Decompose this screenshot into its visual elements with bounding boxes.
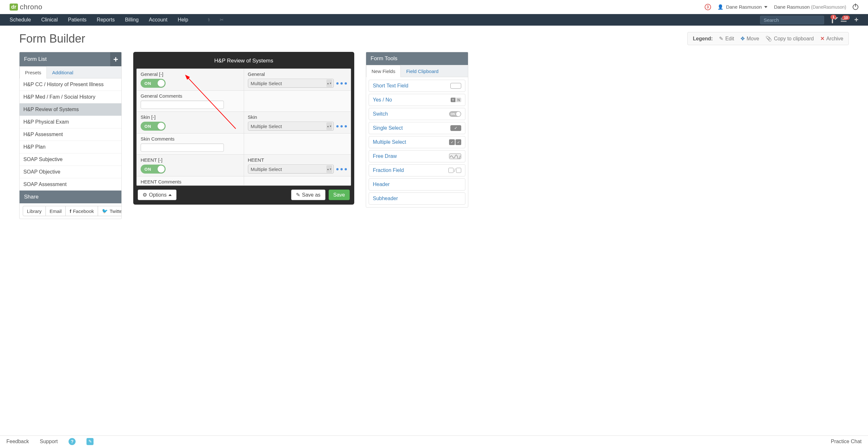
form-item-selected[interactable]: H&P Review of Systems — [20, 103, 121, 116]
inbox-button[interactable]: 1 — [832, 17, 833, 23]
legend-edit: Edit — [719, 36, 734, 42]
form-item[interactable]: H&P Physical Exam — [20, 116, 121, 128]
form-cell-right[interactable]: Skin Multiple Select ▲▼ — [244, 112, 351, 133]
drag-handle[interactable] — [336, 168, 347, 170]
utensils-icon[interactable]: ✂ — [220, 17, 224, 23]
form-cell-right[interactable] — [244, 91, 351, 111]
field-label: General [-] — [141, 71, 240, 77]
nav-tool-icons: ⚕ ✂ — [208, 17, 224, 23]
options-button[interactable]: Options — [138, 190, 177, 200]
select-box[interactable]: Multiple Select ▲▼ — [248, 122, 334, 131]
form-cell-left[interactable]: General Comments — [137, 91, 244, 111]
tool-free-draw[interactable]: Free Draw — [369, 150, 465, 162]
save-button[interactable]: Save — [329, 190, 350, 200]
tool-label: Switch — [373, 111, 388, 117]
toggle-text: ON — [145, 124, 152, 129]
nav-clinical[interactable]: Clinical — [41, 17, 58, 23]
tool-short-text[interactable]: Short Text Field — [369, 80, 465, 92]
toggle-switch[interactable]: ON — [141, 79, 165, 88]
gear-icon — [143, 192, 147, 198]
user-menu[interactable]: 👤 Dane Rasmuson — [717, 4, 768, 10]
form-item[interactable]: SOAP Objective — [20, 166, 121, 178]
nav-schedule[interactable]: Schedule — [10, 17, 31, 23]
text-input[interactable] — [141, 143, 224, 152]
tab-presets[interactable]: Presets — [20, 66, 47, 78]
toggle-switch[interactable]: ON — [141, 165, 165, 173]
form-cell-left[interactable]: HEENT [-] ON — [137, 155, 244, 176]
select-box[interactable]: Multiple Select ▲▼ — [248, 79, 334, 88]
share-twitter[interactable]: 🐦Twitter — [98, 206, 122, 216]
add-form-button[interactable]: + — [110, 52, 121, 66]
form-item[interactable]: H&P Assessment — [20, 128, 121, 141]
form-row: HEENT Comments — [137, 177, 351, 185]
tool-switch[interactable]: Switch ON — [369, 108, 465, 120]
tool-header[interactable]: Header — [369, 178, 465, 191]
share-facebook[interactable]: fFacebook — [66, 206, 98, 216]
user-name: Dane Rasmuson — [726, 4, 762, 10]
drag-handle[interactable] — [336, 125, 347, 127]
tab-new-fields[interactable]: New Fields — [366, 65, 401, 77]
user-handle: (DaneRasmuson) — [811, 4, 846, 10]
form-item[interactable]: H&P Plan — [20, 141, 121, 153]
form-cell-right[interactable] — [244, 177, 351, 185]
form-cell-right[interactable] — [244, 133, 351, 154]
nav-bar: Schedule Clinical Patients Reports Billi… — [0, 14, 868, 26]
text-input[interactable] — [141, 100, 224, 109]
toggle-switch[interactable]: ON — [141, 122, 165, 131]
select-arrows-icon: ▲▼ — [327, 79, 332, 87]
tab-additional[interactable]: Additional — [47, 66, 79, 78]
yes-no-icon: YN — [451, 98, 461, 102]
form-cell-right[interactable]: HEENT Multiple Select ▲▼ — [244, 155, 351, 176]
nav-help[interactable]: Help — [178, 17, 188, 23]
legend-move: Move — [741, 36, 759, 42]
power-icon[interactable] — [852, 4, 858, 10]
toggle-text: ON — [145, 167, 152, 172]
field-label: Skin [-] — [141, 114, 240, 120]
share-email[interactable]: Email — [46, 206, 66, 216]
drag-handle[interactable] — [336, 82, 347, 85]
nav-reports[interactable]: Reports — [97, 17, 115, 23]
tool-yes-no[interactable]: Yes / No YN — [369, 94, 465, 106]
share-library[interactable]: Library — [23, 206, 46, 216]
notification-badge[interactable]: 3 — [705, 4, 711, 10]
add-button[interactable]: + — [854, 16, 858, 24]
tool-label: Subheader — [373, 196, 398, 201]
tool-multiple-select[interactable]: Multiple Select ✓✓ — [369, 136, 465, 148]
logo[interactable]: dr chrono — [10, 3, 42, 11]
caduceus-icon[interactable]: ⚕ — [208, 17, 210, 23]
switch-icon: ON — [449, 111, 461, 117]
form-list-items[interactable]: H&P CC / History of Present Illness H&P … — [20, 78, 121, 191]
form-item[interactable]: SOAP Assessment — [20, 178, 121, 191]
form-item[interactable]: H&P Med / Fam / Social History — [20, 91, 121, 103]
form-cell-left[interactable]: Skin Comments — [137, 133, 244, 154]
nav-patients[interactable]: Patients — [68, 17, 87, 23]
caret-up-icon — [168, 194, 172, 196]
form-footer: Options Save as Save — [136, 186, 351, 201]
nav-account[interactable]: Account — [149, 17, 167, 23]
nav-billing[interactable]: Billing — [125, 17, 139, 23]
facebook-icon: f — [69, 209, 71, 214]
form-cell-left[interactable]: HEENT Comments — [137, 177, 244, 185]
nav-items: Schedule Clinical Patients Reports Billi… — [10, 17, 188, 23]
form-cell-left[interactable]: Skin [-] ON — [137, 112, 244, 133]
tool-subheader[interactable]: Subheader — [369, 192, 465, 204]
form-list-panel: Form List + Presets Additional H&P CC / … — [19, 52, 122, 219]
page-header-row: Form Builder Legend: Edit Move Copy to c… — [19, 32, 849, 45]
form-cell-left[interactable]: General [-] ON — [137, 69, 244, 90]
tool-single-select[interactable]: Single Select ✓ — [369, 122, 465, 134]
form-cell-right[interactable]: General Multiple Select ▲▼ — [244, 69, 351, 90]
save-as-label: Save as — [302, 192, 321, 198]
search-input[interactable] — [760, 16, 824, 24]
form-row: General Comments — [137, 91, 351, 112]
select-box[interactable]: Multiple Select ▲▼ — [248, 165, 334, 173]
tab-field-clipboard[interactable]: Field Clipboard — [401, 65, 444, 77]
save-as-button[interactable]: Save as — [291, 190, 326, 200]
field-label: HEENT — [248, 157, 347, 163]
menu-button[interactable]: 10 — [841, 18, 846, 22]
form-list-tabs: Presets Additional — [20, 66, 121, 78]
form-editor-title: H&P Review of Systems — [136, 55, 351, 68]
user-secondary[interactable]: Dane Rasmuson (DaneRasmuson) — [774, 4, 846, 10]
form-item[interactable]: H&P CC / History of Present Illness — [20, 78, 121, 91]
tool-fraction-field[interactable]: Fraction Field / — [369, 164, 465, 177]
form-item[interactable]: SOAP Subjective — [20, 153, 121, 166]
